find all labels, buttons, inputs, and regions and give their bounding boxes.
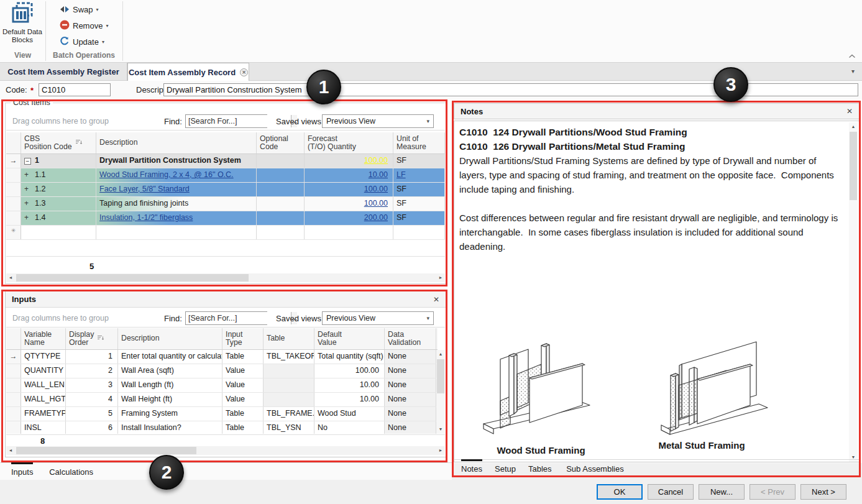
cell-display-order[interactable]: 5	[66, 407, 118, 421]
cell-default-value[interactable]: Total quantity (sqft)	[314, 350, 385, 364]
next-button[interactable]: Next >	[800, 484, 846, 500]
cell-default-value[interactable]: 10.00	[314, 393, 385, 406]
ok-button[interactable]: OK	[597, 484, 643, 500]
collapse-ribbon-button[interactable]	[848, 50, 857, 56]
cell-table[interactable]	[264, 364, 314, 378]
tab-tables[interactable]: Tables	[528, 459, 552, 474]
cell-table[interactable]: TBL_YSN	[264, 421, 314, 434]
input-variable-row[interactable]: WALL_HGT4Wall Height (ft)Value10.00None	[6, 393, 438, 407]
cell-default-value[interactable]: 10.00	[314, 378, 385, 392]
column-header[interactable]: DisplayOrder	[66, 328, 118, 349]
cell-optional-code[interactable]	[257, 197, 305, 211]
cost-item-row[interactable]: +1.2Face Layer, 5/8" Standard100.00SF	[6, 183, 445, 197]
cell-data-validation[interactable]: None	[385, 350, 436, 364]
description-input[interactable]	[163, 83, 858, 96]
tab-inputs[interactable]: Inputs	[11, 462, 33, 477]
tab-cost-item-assembly-register[interactable]: Cost Item Assembly Register	[0, 63, 127, 81]
scroll-up-icon[interactable]: ▲	[849, 122, 858, 131]
column-header[interactable]: Description	[118, 328, 222, 349]
expand-icon[interactable]: +	[24, 213, 31, 222]
cell-table[interactable]: TBL_TAKEOF...	[264, 350, 314, 364]
cell-description[interactable]	[96, 226, 257, 239]
cell-optional-code[interactable]	[257, 168, 305, 182]
cell-cbs-position-code[interactable]: +1.2	[21, 183, 96, 196]
scroll-right-icon[interactable]: ►	[436, 446, 445, 455]
cell-variable-name[interactable]: WALL_HGT	[21, 393, 66, 406]
cell-display-order[interactable]: 6	[66, 421, 118, 434]
cell-data-validation[interactable]: None	[385, 407, 436, 421]
cost-item-row[interactable]: ✳	[6, 226, 445, 240]
cell-description[interactable]: Insulation, 1-1/2" fiberglass	[96, 211, 257, 225]
cell-description[interactable]: Wall Height (ft)	[118, 393, 222, 406]
cell-optional-code[interactable]	[257, 226, 305, 239]
scroll-left-icon[interactable]: ◄	[6, 446, 15, 455]
cell-default-value[interactable]: 100.00	[314, 364, 385, 378]
column-header[interactable]: DefaultValue	[314, 328, 385, 349]
cell-variable-name[interactable]: FRAMETYPE	[21, 407, 66, 421]
tab-setup[interactable]: Setup	[495, 459, 516, 474]
cell-unit-of-measure[interactable]: SF	[393, 211, 445, 225]
tab-list-dropdown-icon[interactable]: ▾	[851, 68, 855, 75]
cell-description[interactable]: Install Insulation?	[118, 421, 222, 434]
cell-input-type[interactable]: Table	[222, 407, 264, 421]
column-header[interactable]: VariableName	[21, 328, 66, 349]
update-button[interactable]: Update ▾	[57, 35, 107, 49]
scroll-up-icon[interactable]: ▲	[436, 350, 445, 359]
cell-unit-of-measure[interactable]: SF	[393, 183, 445, 196]
collapse-icon[interactable]: −	[24, 158, 31, 165]
search-input[interactable]	[186, 115, 291, 127]
saved-views-dropdown[interactable]: Previous View ▾	[322, 311, 434, 325]
expand-icon[interactable]: +	[24, 185, 31, 193]
expand-icon[interactable]: +	[24, 199, 31, 208]
notes-editor[interactable]: C1010 124 Drywall Partitions/Wood Stud F…	[454, 121, 860, 462]
cost-item-link[interactable]: Wood Stud Framing, 2 x 4, @ 16" O.C.	[99, 170, 234, 179]
tab-sub-assemblies[interactable]: Sub Assemblies	[566, 459, 624, 474]
cell-unit-of-measure[interactable]: LF	[393, 168, 445, 182]
new-button[interactable]: New...	[699, 484, 745, 500]
search-input[interactable]	[186, 312, 291, 324]
remove-button[interactable]: Remove ▾	[57, 19, 111, 33]
column-header[interactable]: Forecast(T/O) Quantity	[305, 132, 393, 153]
cell-description[interactable]: Drywall Partition Construction System	[96, 154, 257, 168]
cell-display-order[interactable]: 1	[66, 350, 118, 364]
close-panel-icon[interactable]: ✕	[433, 295, 439, 304]
cell-display-order[interactable]: 2	[66, 364, 118, 378]
cell-description[interactable]: Wall Length (ft)	[118, 378, 222, 392]
input-variable-row[interactable]: FRAMETYPE5Framing SystemTableTBL_FRAME..…	[6, 407, 438, 421]
cell-optional-code[interactable]	[257, 211, 305, 225]
cell-table[interactable]	[264, 393, 314, 406]
column-header[interactable]: Unit ofMeasure	[393, 132, 445, 153]
inputs-hscrollbar[interactable]: ◄ ►	[6, 446, 445, 455]
input-variable-row[interactable]: →QTYTYPE1Enter total quantity or calcula…	[6, 350, 438, 364]
cell-cbs-position-code[interactable]: +1.4	[21, 211, 96, 225]
expand-icon[interactable]: +	[24, 170, 31, 179]
cell-forecast-quantity[interactable]: 10.00	[305, 168, 393, 182]
cell-description[interactable]: Framing System	[118, 407, 222, 421]
cell-forecast-quantity[interactable]	[305, 226, 393, 239]
scrollbar-thumb[interactable]	[16, 447, 196, 454]
cell-display-order[interactable]: 3	[66, 378, 118, 392]
cell-data-validation[interactable]: None	[385, 364, 436, 378]
column-header[interactable]: CBSPosition Code	[21, 132, 96, 153]
column-header[interactable]: Description	[96, 132, 257, 153]
code-input[interactable]	[39, 83, 111, 96]
cell-cbs-position-code[interactable]: −1	[21, 154, 96, 168]
cell-default-value[interactable]: No	[314, 421, 385, 434]
default-data-blocks-button[interactable]: Default Data Blocks	[2, 2, 42, 49]
column-header[interactable]: DataValidation	[385, 328, 436, 349]
cost-item-row[interactable]: +1.3Taping and finishing joints100.00SF	[6, 197, 445, 211]
cell-optional-code[interactable]	[257, 154, 305, 168]
scroll-down-icon[interactable]: ▼	[436, 425, 445, 434]
cell-default-value[interactable]: Wood Stud	[314, 407, 385, 421]
close-panel-icon[interactable]: ✕	[846, 107, 853, 116]
cell-input-type[interactable]: Value	[222, 378, 264, 392]
column-header[interactable]: InputType	[222, 328, 264, 349]
cell-variable-name[interactable]: QTYTYPE	[21, 350, 66, 364]
cost-item-row[interactable]: +1.4Insulation, 1-1/2" fiberglass200.00S…	[6, 211, 445, 226]
input-variable-row[interactable]: QUANTITY2Wall Area (sqft)Value100.00None	[6, 364, 438, 378]
notes-vscrollbar[interactable]: ▲ ▼	[849, 122, 858, 462]
cell-description[interactable]: Wood Stud Framing, 2 x 4, @ 16" O.C.	[96, 168, 257, 182]
cell-optional-code[interactable]	[257, 183, 305, 196]
cell-table[interactable]	[264, 378, 314, 392]
input-variable-row[interactable]: WALL_LEN3Wall Length (ft)Value10.00None	[6, 378, 438, 393]
